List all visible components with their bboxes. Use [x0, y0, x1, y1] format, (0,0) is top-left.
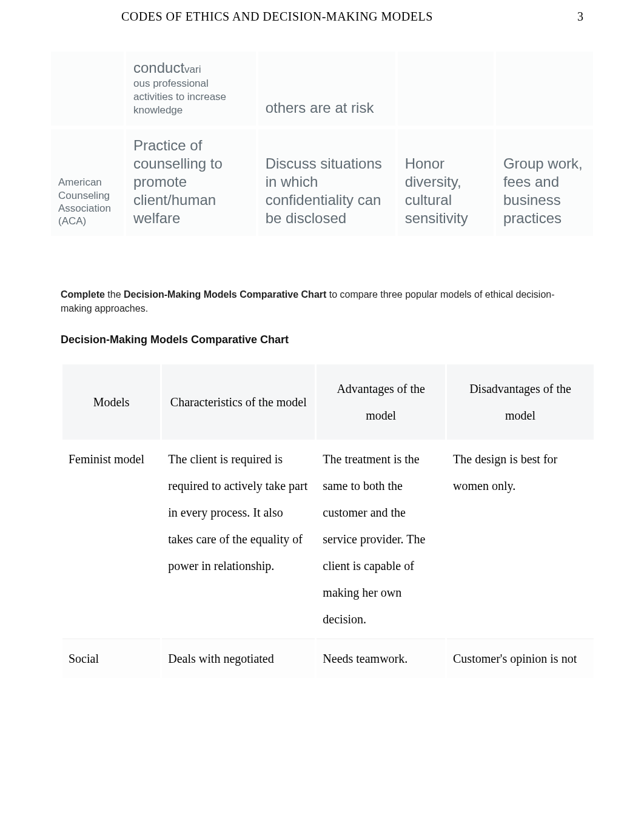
text: the [105, 289, 124, 300]
table-row: American Counseling Association (ACA) Pr… [51, 129, 593, 236]
table-header-row: Models Characteristics of the model Adva… [62, 364, 594, 440]
conduct-cell: conductvari ous professional activities … [126, 52, 256, 126]
table-row: Social Deals with negotiated Needs teamw… [62, 639, 594, 678]
header-characteristics: Characteristics of the model [162, 364, 315, 440]
discuss-cell: Discuss situations in which confidential… [258, 129, 395, 236]
practice-cell: Practice of counselling to promote clien… [126, 129, 256, 236]
cell-small-text: ous professional activities to increase … [133, 77, 249, 117]
disadvantages-cell: Customer's opinion is not [447, 639, 594, 678]
ethics-codes-table: conductvari ous professional activities … [49, 48, 595, 240]
running-head: CODES OF ETHICS AND DECISION-MAKING MODE… [121, 10, 433, 24]
cell-text: Honor diversity, cultural sensitivity [405, 155, 486, 227]
advantages-cell: The treatment is the same to both the cu… [317, 440, 445, 639]
page-header: CODES OF ETHICS AND DECISION-MAKING MODE… [0, 0, 644, 30]
table-row: Feminist model The client is required is… [62, 440, 594, 639]
org-cell [51, 52, 124, 126]
cell [496, 52, 593, 126]
cell-suffix: vari [184, 64, 201, 75]
org-cell: American Counseling Association (ACA) [51, 129, 124, 236]
characteristics-cell: The client is required is required to ac… [162, 440, 315, 639]
cell-text: Practice of counselling to promote clien… [133, 136, 249, 227]
cell-text: Group work, fees and business practices [503, 155, 586, 227]
header-advantages: Advantages of the model [317, 364, 445, 440]
bold-text: Complete [61, 289, 105, 300]
chart-subheading: Decision-Making Models Comparative Chart [61, 334, 583, 346]
header-models: Models [62, 364, 160, 440]
instruction-paragraph: Complete the Decision-Making Models Comp… [61, 288, 583, 315]
cell-text: others are at risk [266, 99, 388, 117]
table-row: conductvari ous professional activities … [51, 52, 593, 126]
models-comparative-chart: Models Characteristics of the model Adva… [61, 364, 595, 678]
cell-text: Discuss situations in which confidential… [266, 155, 388, 227]
header-disadvantages: Disadvantages of the model [447, 364, 594, 440]
characteristics-cell: Deals with negotiated [162, 639, 315, 678]
group-cell: Group work, fees and business practices [496, 129, 593, 236]
advantages-cell: Needs teamwork. [317, 639, 445, 678]
honor-cell: Honor diversity, cultural sensitivity [398, 129, 494, 236]
cell-big-text: conduct [133, 59, 184, 76]
model-name-cell: Social [62, 639, 160, 678]
bold-text: Decision-Making Models Comparative Chart [124, 289, 326, 300]
model-name-cell: Feminist model [62, 440, 160, 639]
page-number: 3 [577, 10, 608, 24]
disadvantages-cell: The design is best for women only. [447, 440, 594, 639]
risk-cell: others are at risk [258, 52, 395, 126]
cell [398, 52, 494, 126]
